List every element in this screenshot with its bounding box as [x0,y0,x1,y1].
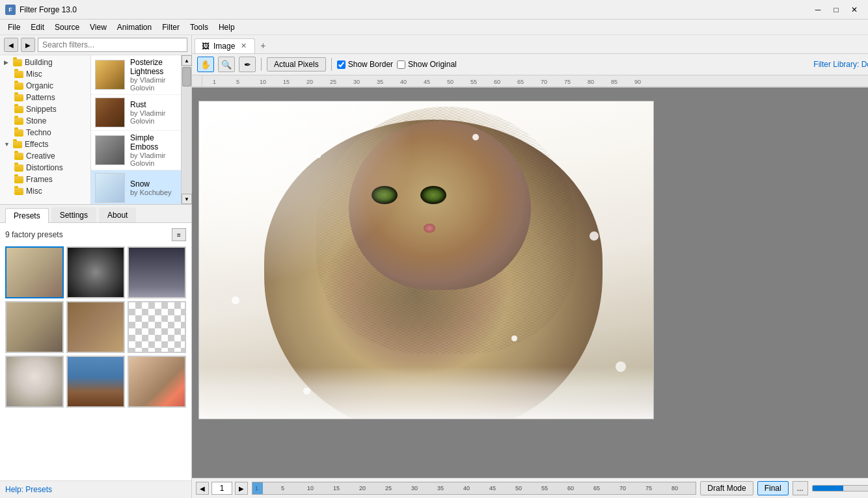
tree-item-creative[interactable]: Creative [0,150,90,162]
scroll-down-button[interactable]: ▼ [182,194,192,204]
filter-item-snow[interactable]: Snow by Kochubey [91,170,181,204]
ruler-mark: 15 [283,79,306,86]
preset-thumb-3[interactable] [128,246,186,298]
preset-thumb-5[interactable] [66,301,125,353]
snow-particle [590,231,599,241]
expand-icon: ▶ [4,59,12,66]
tree-panel: ▶ Building Misc Organic Patterns [0,55,91,204]
menu-help[interactable]: Help [213,21,240,33]
tab-close-button[interactable]: ✕ [239,42,248,51]
nav-forward-button[interactable]: ▶ [21,38,35,52]
tree-item-effects[interactable]: ▼ Effects [0,138,90,150]
eyedropper-tool-button[interactable]: ✒ [239,57,256,72]
page-input[interactable] [211,482,232,495]
image-canvas [198,101,654,419]
zoom-tool-button[interactable]: 🔍 [218,57,235,72]
hand-tool-button[interactable]: ✋ [197,57,214,72]
app-title: Filter Forge 13.0 [20,5,809,14]
scroll-up-button[interactable]: ▲ [182,55,192,66]
menu-filter[interactable]: Filter [157,21,185,33]
scroll-thumb[interactable] [182,67,191,86]
tree-item-organic[interactable]: Organic [0,80,90,92]
new-tab-button[interactable]: + [255,38,271,53]
menu-tools[interactable]: Tools [185,21,213,33]
tab-presets[interactable]: Presets [5,208,49,223]
ruler-mark: 45 [424,79,447,86]
minimize-button[interactable]: ─ [809,3,826,16]
tree-item-label: Distortions [26,163,63,172]
actual-pixels-button[interactable]: Actual Pixels [267,57,326,72]
ellipsis-button[interactable]: ... [793,481,808,495]
image-tab[interactable]: 🖼 Image ✕ [195,38,255,53]
tab-about[interactable]: About [99,207,136,222]
menu-edit[interactable]: Edit [25,21,49,33]
menu-animation[interactable]: Animation [112,21,157,33]
preset-thumb-2[interactable] [66,246,125,298]
timeline-mark: 10 [307,485,333,491]
ruler-mark: 75 [564,79,588,86]
show-original-checkbox[interactable] [397,60,405,69]
filter-info: Simple Emboss by Vladimir Golovin [130,133,177,167]
restore-button[interactable]: □ [828,3,845,16]
filter-thumb [95,60,125,90]
preset-thumb-9[interactable] [128,356,186,408]
filter-item-posterize[interactable]: Posterize Lightness by Vladimir Golovin [91,55,181,95]
tree-item-distortions[interactable]: Distortions [0,162,90,174]
preset-inner [68,248,124,297]
show-border-label[interactable]: Show Border [337,60,393,69]
expand-icon: ▼ [4,141,12,148]
menu-file[interactable]: File [3,21,25,33]
filter-item-simple-emboss[interactable]: Simple Emboss by Vladimir Golovin [91,131,181,170]
presets-count: 9 factory presets [5,230,63,239]
ruler-mark: 85 [611,79,634,86]
page-next-button[interactable]: ▶ [235,482,248,495]
close-button[interactable]: ✕ [846,3,863,16]
preset-thumb-6[interactable] [128,301,186,353]
tree-item-label: Misc [26,187,42,196]
ruler-horizontal: 1 5 10 15 20 25 30 35 40 45 50 55 60 65 [202,75,868,87]
nav-back-button[interactable]: ◀ [4,38,18,52]
tree-item-building[interactable]: ▶ Building [0,57,90,68]
filter-library-link[interactable]: Filter Library: Download more filters [813,60,868,69]
ruler-mark: 10 [260,79,283,86]
tree-item-misc2[interactable]: Misc [0,185,90,197]
tree-item-stone[interactable]: Stone [0,115,90,127]
preset-inner [129,302,185,352]
tree-item-frames[interactable]: Frames [0,174,90,185]
menu-view[interactable]: View [85,21,112,33]
tree-item-patterns[interactable]: Patterns [0,92,90,103]
tree-item-techno[interactable]: Techno [0,127,90,138]
page-prev-button[interactable]: ◀ [196,482,209,495]
search-input[interactable] [38,38,187,52]
show-original-label[interactable]: Show Original [397,60,457,69]
bottom-bar: ◀ ▶ 1 5 10 15 20 25 30 35 40 45 5 [192,478,868,498]
ruler-mark: 90 [634,79,658,86]
preset-thumb-8[interactable] [66,356,125,408]
show-border-checkbox[interactable] [337,60,346,69]
tree-item-misc[interactable]: Misc [0,68,90,80]
timeline-ruler[interactable]: 1 5 10 15 20 25 30 35 40 45 50 55 60 65 … [252,482,696,495]
timeline-mark: 30 [411,485,437,491]
titlebar: F Filter Forge 13.0 ─ □ ✕ [0,0,868,20]
presets-options-button[interactable]: ≡ [172,228,186,241]
filter-thumb [95,173,125,203]
filter-item-rust[interactable]: Rust by Vladimir Golovin [91,95,181,131]
main-layout: ◀ ▶ ▶ Building Misc Organic [0,35,868,498]
draft-mode-button[interactable]: Draft Mode [700,481,753,495]
preset-thumb-7[interactable] [5,356,64,408]
tree-item-snippets[interactable]: Snippets [0,103,90,115]
ruler-mark: 1 [213,79,236,86]
help-link[interactable]: Help: Presets [5,485,52,494]
menu-source[interactable]: Source [49,21,85,33]
tab-settings[interactable]: Settings [51,207,96,222]
snow-particle [232,296,239,304]
presets-header: 9 factory presets ≡ [5,228,186,241]
preset-thumb-1[interactable] [5,246,64,298]
tree-item-label: Techno [26,128,51,137]
final-button[interactable]: Final [757,481,789,495]
right-panel: 🖼 Image ✕ + ✋ 🔍 ✒ Actual Pixels Show Bor… [192,35,868,498]
preset-thumb-4[interactable] [5,301,64,353]
tree-item-label: Effects [25,140,48,149]
snow-particle [472,134,479,140]
folder-icon [14,164,23,172]
